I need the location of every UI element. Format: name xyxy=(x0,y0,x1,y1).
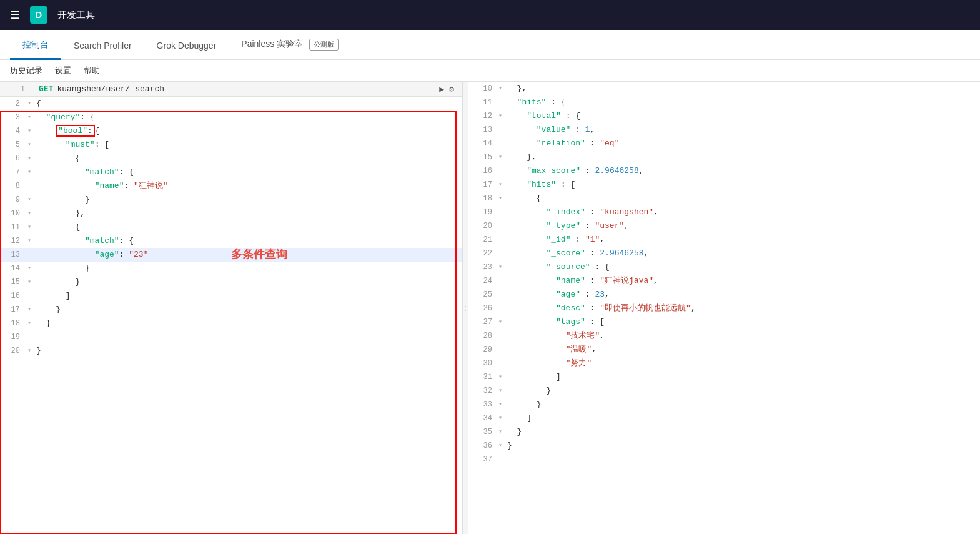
code-line: 16 ] xyxy=(0,289,462,303)
nav-history[interactable]: 历史记录 xyxy=(10,65,42,76)
result-line: 16 "max_score" : 2.9646258, xyxy=(473,164,980,178)
result-line: 11 "hits" : { xyxy=(473,96,980,109)
code-editor[interactable]: 多条件查询 2 ▾ { 3 ▾ "query": { 4 ▾ "bool":{ xyxy=(0,97,462,534)
main-content: 1 GET kuangshen/user/_search ▶ ⚙ 多条件查询 2… xyxy=(0,82,980,534)
result-line: 31 ▾ ] xyxy=(473,370,980,384)
code-line: 4 ▾ "bool":{ xyxy=(0,124,462,138)
code-line: 6 ▾ { xyxy=(0,152,462,165)
result-line: 12 ▾ "total" : { xyxy=(473,109,980,123)
wrench-icon[interactable]: ⚙ xyxy=(449,84,454,94)
tab-search-profiler[interactable]: Search Profiler xyxy=(61,33,144,60)
result-line: 24 "name" : "狂神说java", xyxy=(473,274,980,288)
result-line: 14 "relation" : "eq" xyxy=(473,137,980,150)
hamburger-icon[interactable]: ☰ xyxy=(10,8,20,22)
result-line: 15 ▾ }, xyxy=(473,150,980,164)
result-line: 37 xyxy=(473,453,980,466)
code-line: 8 "name": "狂神说" xyxy=(0,179,462,193)
result-line: 33 ▾ } xyxy=(473,398,980,411)
result-line: 30 "努力" xyxy=(473,357,980,370)
code-line: 12 ▾ "match": { xyxy=(0,234,462,248)
result-line: 17 ▾ "hits" : [ xyxy=(473,178,980,192)
code-line: 3 ▾ "query": { xyxy=(0,111,462,124)
tab-nav: 控制台 Search Profiler Grok Debugger Painle… xyxy=(0,30,980,60)
result-line: 29 "温暖", xyxy=(473,343,980,357)
get-request-line: 1 GET kuangshen/user/_search ▶ ⚙ xyxy=(0,82,462,97)
code-line: 19 xyxy=(0,330,462,344)
avatar: D xyxy=(30,6,47,24)
pane-divider[interactable]: ⋮ xyxy=(462,82,468,534)
result-line: 26 "desc" : "即使再小的帆也能远航", xyxy=(473,302,980,315)
code-line: 10 ▾ }, xyxy=(0,207,462,220)
result-line: 18 ▾ { xyxy=(473,192,980,205)
top-bar: ☰ D 开发工具 xyxy=(0,0,980,30)
nav-help[interactable]: 帮助 xyxy=(84,65,100,76)
run-icon[interactable]: ▶ xyxy=(439,84,444,94)
result-line: 22 "_score" : 2.9646258, xyxy=(473,247,980,260)
get-path[interactable]: kuangshen/user/_search xyxy=(57,84,164,94)
get-line-num: 1 xyxy=(5,85,30,94)
nav-settings[interactable]: 设置 xyxy=(55,65,71,76)
tab-grok-debugger[interactable]: Grok Debugger xyxy=(144,33,229,60)
tab-console[interactable]: 控制台 xyxy=(10,32,61,60)
code-line: 14 ▾ } xyxy=(0,262,462,275)
painless-badge: 公测版 xyxy=(309,39,339,51)
code-line: 15 ▾ } xyxy=(0,275,462,289)
result-line: 34 ▾ ] xyxy=(473,411,980,425)
result-line: 21 "_id" : "1", xyxy=(473,233,980,247)
code-line: 18 ▾ } xyxy=(0,317,462,330)
code-line: 5 ▾ "must": [ xyxy=(0,138,462,152)
app-title: 开发工具 xyxy=(57,9,95,21)
code-line: 11 ▾ { xyxy=(0,220,462,234)
get-icons: ▶ ⚙ xyxy=(439,84,454,94)
result-line: 20 "_type" : "user", xyxy=(473,219,980,233)
result-line: 19 "_index" : "kuangshen", xyxy=(473,205,980,219)
result-line: 13 "value" : 1, xyxy=(473,123,980,137)
code-line: 9 ▾ } xyxy=(0,193,462,207)
code-line: 2 ▾ { xyxy=(0,97,462,111)
result-line: 25 "age" : 23, xyxy=(473,288,980,302)
result-line: 28 "技术宅", xyxy=(473,329,980,343)
get-verb: GET xyxy=(39,84,53,94)
result-line: 27 ▾ "tags" : [ xyxy=(473,315,980,329)
code-line: 17 ▾ } xyxy=(0,303,462,317)
code-line: 7 ▾ "match": { xyxy=(0,165,462,179)
result-line: 36 ▾ } xyxy=(473,439,980,453)
result-line: 32 ▾ } xyxy=(473,384,980,398)
code-line: 20 ▾ } xyxy=(0,344,462,358)
result-pane: 10 ▾ }, 11 "hits" : { 12 ▾ "total" : { 1… xyxy=(468,82,980,534)
result-line: 35 ▾ } xyxy=(473,425,980,439)
result-line: 10 ▾ }, xyxy=(473,82,980,96)
secondary-nav: 历史记录 设置 帮助 xyxy=(0,60,980,82)
editor-pane: 1 GET kuangshen/user/_search ▶ ⚙ 多条件查询 2… xyxy=(0,82,462,534)
code-line-highlighted: 13 "age": "23" xyxy=(0,248,462,262)
tab-painless-lab[interactable]: Painless 实验室 公测版 xyxy=(229,31,351,60)
result-line: 23 ▾ "_source" : { xyxy=(473,260,980,274)
